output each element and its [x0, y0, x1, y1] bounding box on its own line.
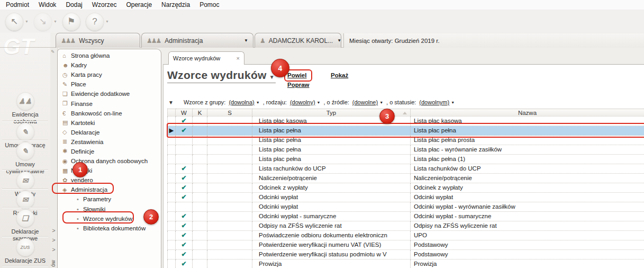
menu-item-dodaj[interactable]: Dodaj: [61, 1, 87, 8]
send-button[interactable]: ↘: [34, 13, 52, 31]
flag-button[interactable]: ⚑: [62, 13, 80, 31]
k-cell: [193, 250, 207, 260]
table-row[interactable]: ✔Odcinki wypłatOdcinki wypłat: [167, 193, 644, 202]
popraw-link[interactable]: Popraw: [287, 82, 310, 88]
table-row[interactable]: Odcinki wypłatOdcinki wypłat - wyrównani…: [167, 202, 644, 212]
chevron-down-icon[interactable]: ▼: [244, 38, 248, 43]
tree-item-kadry[interactable]: ☻Kadry: [59, 60, 160, 70]
annotation-box-wzorce-wydrukow: [62, 211, 134, 224]
filter-dropdown-dowolny[interactable]: (dowolny)▼: [290, 99, 321, 105]
tree-item-strona-glowna[interactable]: ⌂Strona główna: [59, 51, 160, 60]
checkmark-icon: ✔: [181, 193, 186, 201]
table-row[interactable]: ✔Odcinki wypłat - sumaryczneOdcinki wypł…: [167, 212, 644, 221]
pokaz-link[interactable]: Pokaż: [331, 72, 348, 78]
k-cell: [193, 164, 207, 174]
chevron-down-icon[interactable]: ▼: [105, 20, 109, 23]
column-header-blank[interactable]: [167, 109, 176, 117]
payroll-icon: ✎: [62, 81, 71, 88]
table-row[interactable]: ✔ProwizjaProwizja: [167, 260, 644, 268]
sidebar-module-deklaracje-skarbowe[interactable]: ❏Deklaracje skarbowe: [0, 209, 50, 242]
sort-indicator-icon: [403, 112, 407, 114]
w-cell: ✔: [176, 212, 193, 221]
menu-item-widok[interactable]: Widok: [34, 1, 61, 8]
strip-vertical-label[interactable]: ów: [50, 260, 57, 267]
column-header-s[interactable]: S: [207, 109, 252, 117]
sidebar-module-deklaracje-zus[interactable]: ZUSDeklaracje ZUS: [0, 238, 50, 264]
tab-adamczuk-karol[interactable]: ♟ ADAMCZUK KAROL ... ▼: [255, 33, 341, 48]
chevron-down-icon[interactable]: ▼: [25, 20, 29, 23]
column-header-k[interactable]: K: [193, 109, 207, 117]
close-icon[interactable]: ×: [237, 55, 240, 61]
pin-icon[interactable]: ✎: [51, 49, 55, 55]
filter-dropdown-value: (dowolna): [229, 99, 254, 105]
tree-item-finanse[interactable]: ❐Finanse: [59, 99, 160, 108]
table-row[interactable]: ✔Poświadczenie odbioru dokumentu elektro…: [167, 231, 644, 240]
pointer-button[interactable]: ↖: [5, 13, 23, 31]
filter-label: Wzorce z grupy:: [184, 99, 225, 105]
s-cell: [207, 202, 252, 212]
tree-item-bankowosc-on-line[interactable]: €Bankowość on-line: [59, 109, 160, 118]
nazwa-cell: Odcinki wypłat - wyrównanie zasiłków: [411, 202, 644, 212]
table-row[interactable]: ✔Odpisy na ZFŚS wyliczenie ratOdpisy na …: [167, 221, 644, 231]
filter-dropdown-value: (dowolny): [290, 99, 315, 105]
menu-item-narzedzia[interactable]: Narzędzia: [157, 1, 195, 8]
sidebar-module-ewidencja-osobowa[interactable]: ♟♟Ewidencja osobowa: [0, 92, 50, 125]
s-cell: [207, 250, 252, 260]
s-cell: [207, 212, 252, 221]
tree-item-biblioteka-dokumentow[interactable]: •Biblioteka dokumentów: [59, 224, 160, 233]
checkmark-icon: ✔: [181, 184, 186, 191]
tree-item-kartoteki[interactable]: ▤Kartoteki: [59, 118, 160, 128]
tree-item-place[interactable]: ✎Płace: [59, 79, 160, 89]
w-cell: ✔: [176, 240, 193, 250]
tree-item-label: Parametry: [83, 196, 111, 202]
filter-dropdown-dowolne[interactable]: (dowolne)▼: [352, 99, 383, 105]
sidebar-module-label: Deklaracje ZUS: [0, 257, 50, 264]
filter-dropdown-value: (dowolne): [352, 99, 378, 105]
bullet-icon: •: [77, 196, 83, 202]
k-cell: [193, 155, 207, 164]
k-cell: [193, 202, 207, 212]
checkmark-icon: ✔: [181, 165, 186, 172]
tab-administracja[interactable]: ♟♟♟ Administracja ▼: [141, 33, 253, 48]
tab-label: ADAMCZUK KAROL: [269, 37, 328, 44]
menu-item-wzorzec[interactable]: Wzorzec: [87, 1, 122, 8]
chevron-down-icon[interactable]: ▼: [337, 38, 341, 43]
row-pointer-cell: [167, 240, 176, 250]
tab-wszyscy[interactable]: ♟♟♟ Wszyscy: [56, 33, 140, 48]
tree-item-ewidencje-dodatkowe[interactable]: ❏Ewidencje dodatkowe: [59, 89, 160, 99]
chevron-down-icon[interactable]: ▼: [53, 20, 57, 23]
tree-item-label: Ewidencje dodatkowe: [71, 91, 130, 97]
table-row[interactable]: ✔Odcinek z wypłatyOdcinek z wypłaty: [167, 183, 644, 193]
filter-dropdown-dowolna[interactable]: (dowolna)▼: [229, 99, 259, 105]
help-button[interactable]: ?: [86, 13, 104, 31]
filter-collapse-icon[interactable]: ▼: [168, 100, 174, 105]
table-row[interactable]: Lista płac pełnaLista płac pełna (1): [167, 155, 644, 164]
tree-item-deklaracje[interactable]: ◇Deklaracje: [59, 128, 160, 137]
tree-item-zestawienia[interactable]: ≣Zestawienia: [59, 137, 160, 147]
menu-item-pomoc[interactable]: Pomoc: [195, 1, 224, 8]
tree-item-label: Karta pracy: [71, 72, 102, 78]
chevron-right-icon[interactable]: >: [52, 247, 55, 252]
table-row[interactable]: ✔Naliczenie/potrącenieNaliczenie/potrące…: [167, 174, 644, 183]
typ-cell: Naliczenie/potrącenie: [252, 174, 411, 183]
column-header-nazwa[interactable]: Nazwa: [411, 109, 644, 117]
chevron-right-icon[interactable]: >: [52, 228, 55, 233]
checkmark-icon: ✔: [181, 212, 186, 220]
table-row[interactable]: Lista płac pełnaLista płac - wyrównanie …: [167, 145, 644, 155]
tree-item-label: Kadry: [71, 62, 87, 68]
document-tab-wzorce-wydrukow[interactable]: Wzorce wydruków ×: [168, 51, 244, 65]
tree-item-definicje[interactable]: ✱Definicje: [59, 147, 160, 156]
table-row[interactable]: ✔Lista rachunków do UCPLista rachunków d…: [167, 164, 644, 174]
tree-item-label: Płace: [71, 81, 86, 87]
table-row[interactable]: ✔Potwierdzenie weryfikacji numeru VAT (V…: [167, 240, 644, 250]
page-title-dropdown[interactable]: Wzorce wydruków ▼: [167, 69, 276, 83]
filter-dropdown-dowolnym[interactable]: (dowolnym)▼: [419, 99, 455, 105]
tree-item-karta-pracy[interactable]: ◷Karta pracy: [59, 70, 160, 79]
column-header-w[interactable]: W: [176, 109, 193, 117]
menu-item-operacje[interactable]: Operacje: [121, 1, 157, 8]
table-row[interactable]: ✔Potwierdzenie weryfikacji statusu podmi…: [167, 250, 644, 260]
menu-item-podmiot[interactable]: Podmiot: [1, 1, 34, 8]
chevron-right-icon[interactable]: >: [52, 237, 55, 243]
tree-item-parametry[interactable]: •Parametry: [59, 194, 160, 204]
annotation-circle-3: 3: [379, 109, 395, 124]
